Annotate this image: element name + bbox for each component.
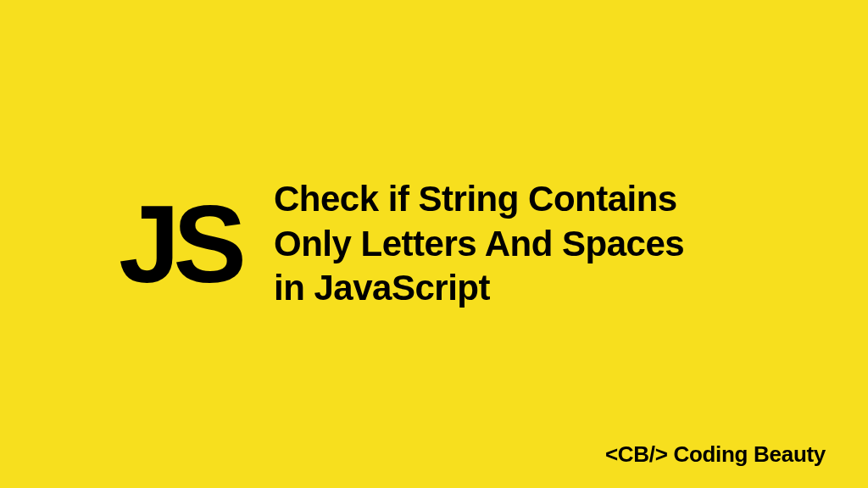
js-logo: JS <box>119 189 240 299</box>
main-content: JS Check if String Contains Only Letters… <box>0 177 868 311</box>
headline-line-1: Check if String Contains <box>274 177 684 222</box>
article-title: Check if String Contains Only Letters An… <box>274 177 684 311</box>
headline-line-2: Only Letters And Spaces <box>274 222 684 267</box>
headline-line-3: in JavaScript <box>274 266 684 311</box>
brand-attribution: <CB/> Coding Beauty <box>605 441 826 468</box>
